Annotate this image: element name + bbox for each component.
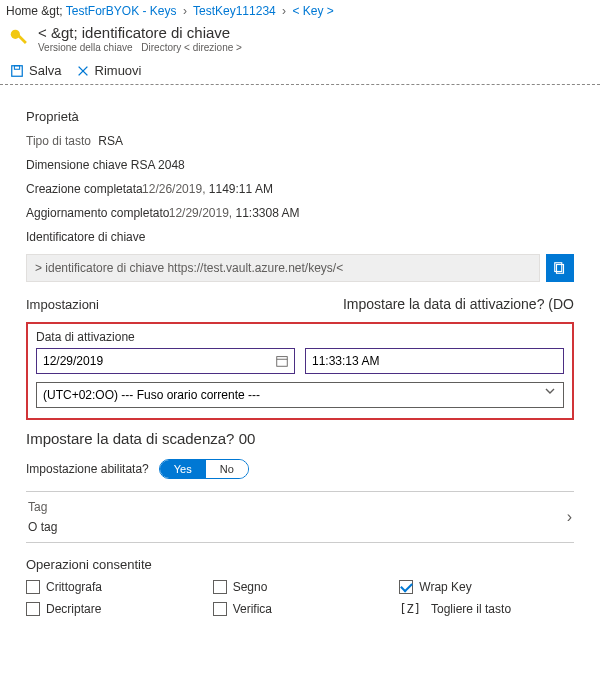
activation-date-input[interactable] [36,348,295,374]
op-verify[interactable]: Verifica [213,602,388,616]
checkbox-checked-icon [399,580,413,594]
page-title: < &gt; identificatore di chiave [38,24,242,41]
activation-date-label: Data di attivazione [36,330,564,344]
breadcrumb-sep: › [279,4,289,18]
checkbox-icon [26,580,40,594]
breadcrumb-home: Home &gt; [6,4,63,18]
breadcrumb-seg2[interactable]: TestKey111234 [193,4,276,18]
prop-updated: Aggiornamento completato 12/29/2019, 11:… [26,206,574,220]
operations-heading: Operazioni consentite [26,557,574,572]
expiry-question: Impostare la data di scadenza? 00 [26,430,574,447]
op-encrypt[interactable]: Crittografa [26,580,201,594]
prop-updated-time: 11:3308 AM [236,206,300,220]
op-verify-label: Verifica [233,602,272,616]
prop-updated-date: 12/29/2019, [169,206,232,220]
activation-highlight: Data di attivazione [26,322,574,420]
toolbar: Salva Rimuovi [0,59,600,85]
prop-created-time: 1149:11 AM [209,182,273,196]
key-icon [8,24,30,52]
chevron-right-icon: › [567,508,572,526]
checkbox-icon [26,602,40,616]
enabled-label: Impostazione abilitata? [26,462,149,476]
checkbox-icon [213,580,227,594]
title-bar: < &gt; identificatore di chiave Versione… [0,20,600,59]
svg-rect-2 [12,65,23,76]
timezone-select[interactable] [36,382,564,408]
tag-row[interactable]: Tag O tag › [26,491,574,543]
remove-label: Rimuovi [95,63,142,78]
enabled-yes[interactable]: Yes [160,460,206,478]
identifier-value: > identificatore di chiave https://test.… [26,254,540,282]
save-label: Salva [29,63,62,78]
prop-key-type-label: Tipo di tasto [26,134,91,148]
prop-created-date: 12/26/2019, [142,182,205,196]
prop-created: Creazione completata 12/26/2019, 1149:11… [26,182,574,196]
breadcrumb-sep: › [180,4,190,18]
prop-identifier-label: Identificatore di chiave [26,230,574,244]
checkbox-icon [213,602,227,616]
op-decrypt[interactable]: Decriptare [26,602,201,616]
op-wrap-label: Wrap Key [419,580,471,594]
enabled-toggle[interactable]: Yes No [159,459,249,479]
breadcrumb-seg1[interactable]: TestForBYOK - Keys [66,4,177,18]
prop-key-type-value: RSA [98,134,123,148]
copy-button[interactable] [546,254,574,282]
prop-updated-label: Aggiornamento completato [26,206,169,220]
breadcrumb-seg3[interactable]: < Key > [292,4,333,18]
op-unwrap-label: Togliere il tasto [431,602,511,616]
save-icon [10,64,24,78]
activation-question: Impostare la data di attivazione? (DO [343,296,574,312]
prop-key-type: Tipo di tasto RSA [26,134,574,148]
op-unwrap-prefix: [Z] [399,602,421,616]
close-icon [76,64,90,78]
tag-value: O tag [28,520,57,534]
copy-icon [553,261,567,275]
page-subtitle: Versione della chiave Directory < direzi… [38,42,242,53]
activation-time-input[interactable] [305,348,564,374]
subtitle-version: Versione della chiave [38,42,133,53]
op-wrap[interactable]: Wrap Key [399,580,574,594]
save-button[interactable]: Salva [10,63,62,78]
prop-created-label: Creazione completata [26,182,143,196]
remove-button[interactable]: Rimuovi [76,63,142,78]
subtitle-directory: Directory < direzione > [141,42,242,53]
tag-label: Tag [28,500,57,514]
op-decrypt-label: Decriptare [46,602,101,616]
op-encrypt-label: Crittografa [46,580,102,594]
enabled-no[interactable]: No [206,460,248,478]
op-unwrap[interactable]: [Z]Togliere il tasto [399,602,574,616]
svg-rect-1 [17,34,27,44]
properties-heading: Proprietà [26,109,574,124]
breadcrumb: Home &gt; TestForBYOK - Keys › TestKey11… [0,0,600,20]
op-sign[interactable]: Segno [213,580,388,594]
settings-heading: Impostazioni [26,297,99,312]
op-sign-label: Segno [233,580,268,594]
content: Proprietà Tipo di tasto RSA Dimensione c… [0,85,600,636]
prop-key-size: Dimensione chiave RSA 2048 [26,158,574,172]
